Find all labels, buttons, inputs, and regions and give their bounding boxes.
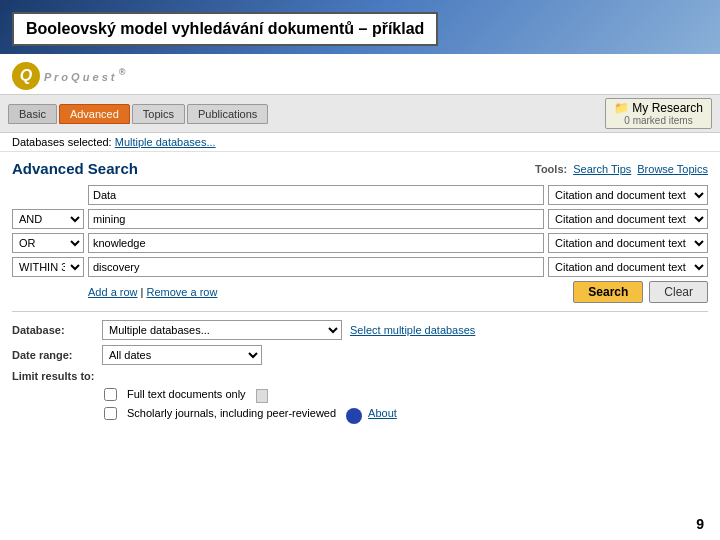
- doc-icon: [256, 389, 268, 403]
- fulltext-limit-row: Full text documents only: [12, 387, 708, 401]
- search-input-1[interactable]: [88, 185, 544, 205]
- operator-select-4[interactable]: WITHIN 3 AND OR NOT: [12, 257, 84, 277]
- main-search-area: Advanced Search Tools: Search Tips Brows…: [0, 152, 720, 433]
- tools-area: Tools: Search Tips Browse Topics: [535, 163, 708, 175]
- daterange-select[interactable]: All dates Last year Last 5 years: [102, 345, 262, 365]
- select-multiple-db-link[interactable]: Select multiple databases: [350, 324, 475, 336]
- fulltext-checkbox[interactable]: [104, 388, 117, 401]
- row-links: Add a row | Remove a row: [12, 286, 217, 298]
- daterange-option-row: Date range: All dates Last year Last 5 y…: [12, 345, 708, 365]
- field-select-3[interactable]: Citation and document text All fields: [548, 233, 708, 253]
- about-link[interactable]: About: [368, 407, 397, 419]
- daterange-label: Date range:: [12, 349, 102, 361]
- my-research-tab[interactable]: 📁 My Research 0 marked items: [605, 98, 712, 129]
- options-area: Database: Multiple databases... Select m…: [12, 311, 708, 421]
- db-selected-link[interactable]: Multiple databases...: [115, 136, 216, 148]
- operator-select-2[interactable]: AND OR NOT: [12, 209, 84, 229]
- scholarly-checkbox[interactable]: [104, 407, 117, 420]
- action-buttons: Search Clear: [573, 281, 708, 303]
- search-row-4: WITHIN 3 AND OR NOT Citation and documen…: [12, 257, 708, 277]
- clear-button[interactable]: Clear: [649, 281, 708, 303]
- search-row-2: AND OR NOT Citation and document text Al…: [12, 209, 708, 229]
- search-button[interactable]: Search: [573, 281, 643, 303]
- db-selected-prefix: Databases selected:: [12, 136, 112, 148]
- search-header: Advanced Search Tools: Search Tips Brows…: [12, 160, 708, 177]
- remove-row-link[interactable]: Remove a row: [147, 286, 218, 298]
- scholarly-label: Scholarly journals, including peer-revie…: [127, 407, 336, 419]
- logo-area: Q P r o Q u e s t ®: [0, 54, 720, 94]
- operator-select-3[interactable]: OR AND NOT: [12, 233, 84, 253]
- field-select-4[interactable]: Citation and document text All fields: [548, 257, 708, 277]
- logo-text: P r o Q u e s t ®: [44, 67, 125, 85]
- search-action-row: Add a row | Remove a row Search Clear: [12, 281, 708, 303]
- database-select[interactable]: Multiple databases...: [102, 320, 342, 340]
- page-title: Booleovský model vyhledávání dokumentů –…: [26, 20, 424, 37]
- scholarly-limit-row: Scholarly journals, including peer-revie…: [12, 405, 708, 421]
- field-select-1[interactable]: Citation and document text All fields Ab…: [548, 185, 708, 205]
- search-input-4[interactable]: [88, 257, 544, 277]
- tab-topics[interactable]: Topics: [132, 104, 185, 124]
- search-row-3: OR AND NOT Citation and document text Al…: [12, 233, 708, 253]
- tab-publications[interactable]: Publications: [187, 104, 268, 124]
- search-tips-link[interactable]: Search Tips: [573, 163, 631, 175]
- add-row-link[interactable]: Add a row: [88, 286, 138, 298]
- browse-topics-link[interactable]: Browse Topics: [637, 163, 708, 175]
- db-selected-bar: Databases selected: Multiple databases..…: [0, 133, 720, 152]
- search-input-2[interactable]: [88, 209, 544, 229]
- tab-basic[interactable]: Basic: [8, 104, 57, 124]
- tools-label: Tools:: [535, 163, 567, 175]
- page-number: 9: [696, 516, 704, 532]
- database-option-row: Database: Multiple databases... Select m…: [12, 320, 708, 340]
- search-input-3[interactable]: [88, 233, 544, 253]
- logo-q-icon: Q: [12, 62, 40, 90]
- folder-icon: 📁 My Research: [614, 101, 703, 115]
- title-bar: Booleovský model vyhledávání dokumentů –…: [0, 0, 720, 54]
- limit-label: Limit results to:: [12, 370, 102, 382]
- scholarly-icon: [346, 408, 362, 424]
- database-label: Database:: [12, 324, 102, 336]
- field-select-2[interactable]: Citation and document text All fields Ab…: [548, 209, 708, 229]
- fulltext-label: Full text documents only: [127, 388, 246, 400]
- logo-reg: ®: [119, 67, 126, 77]
- title-box: Booleovský model vyhledávání dokumentů –…: [12, 12, 438, 46]
- marked-items: 0 marked items: [624, 115, 692, 126]
- search-row-1: Citation and document text All fields Ab…: [12, 185, 708, 205]
- nav-tabs: Basic Advanced Topics Publications 📁 My …: [0, 94, 720, 133]
- search-title: Advanced Search: [12, 160, 138, 177]
- logo: Q P r o Q u e s t ®: [12, 62, 708, 90]
- limit-label-row: Limit results to:: [12, 370, 708, 382]
- tab-advanced[interactable]: Advanced: [59, 104, 130, 124]
